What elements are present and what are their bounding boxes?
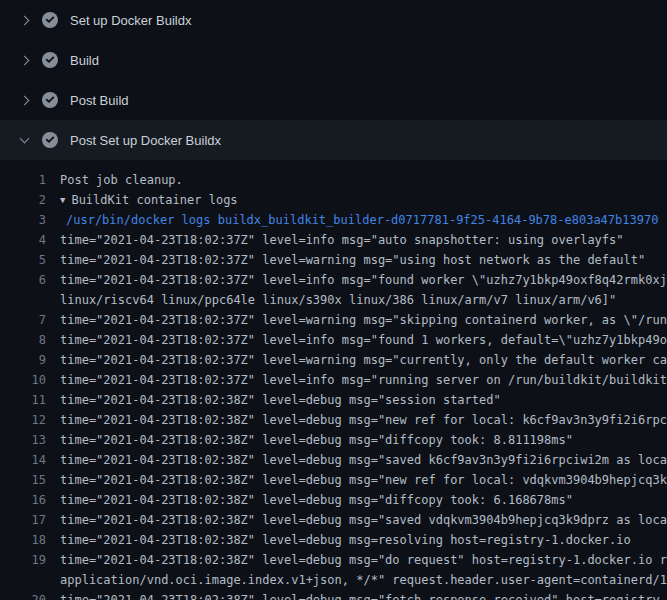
log-line-text: time="2021-04-23T18:02:37Z" level=warnin… <box>60 250 645 270</box>
log-line-number[interactable]: 4 <box>8 230 46 250</box>
step-label: Post Build <box>70 93 129 108</box>
check-circle-icon <box>42 92 58 108</box>
log-line: 5 ▼ time="2021-04-23T18:02:37Z" level=wa… <box>8 250 667 270</box>
step-label: Post Set up Docker Buildx <box>70 133 221 148</box>
log-line-text: Post job cleanup. <box>60 170 183 190</box>
log-line-text: time="2021-04-23T18:02:37Z" level=warnin… <box>60 350 667 370</box>
log-line: ▼ linux/riscv64 linux/ppc64le linux/s390… <box>8 290 667 310</box>
log-line-text: /usr/bin/docker logs buildx_buildkit_bui… <box>60 210 658 230</box>
step-row[interactable]: Post Set up Docker Buildx <box>0 120 667 160</box>
chevron-right-icon <box>16 97 32 104</box>
log-line-number[interactable]: 8 <box>8 330 46 350</box>
check-circle-icon <box>42 52 58 68</box>
log-line[interactable]: 2 ▼ BuildKit container logs <box>8 190 667 210</box>
chevron-down-icon <box>16 138 32 142</box>
log-line: 17 ▼ time="2021-04-23T18:02:38Z" level=d… <box>8 510 667 530</box>
log-line: 8 ▼ time="2021-04-23T18:02:37Z" level=in… <box>8 330 667 350</box>
log-line: 20 ▼ time="2021-04-23T18:02:38Z" level=d… <box>8 590 667 600</box>
log-line-number[interactable]: 1 <box>8 170 46 190</box>
log-line-number[interactable]: 3 <box>8 210 46 230</box>
actions-log-viewer: Set up Docker Buildx Build Post Build <box>0 0 667 600</box>
step-row[interactable]: Build <box>0 40 667 80</box>
log-line: 19 ▼ time="2021-04-23T18:02:38Z" level=d… <box>8 550 667 570</box>
log-line-text: time="2021-04-23T18:02:38Z" level=debug … <box>60 410 667 430</box>
log-line-text: BuildKit container logs <box>71 190 237 210</box>
chevron-right-icon <box>16 17 32 24</box>
log-line-text: time="2021-04-23T18:02:38Z" level=debug … <box>60 550 667 570</box>
log-line: 13 ▼ time="2021-04-23T18:02:38Z" level=d… <box>8 430 667 450</box>
log-line-text: time="2021-04-23T18:02:37Z" level=info m… <box>60 370 667 390</box>
log-line: 10 ▼ time="2021-04-23T18:02:37Z" level=i… <box>8 370 667 390</box>
log-line-text: time="2021-04-23T18:02:38Z" level=debug … <box>60 430 573 450</box>
log-line: ▼ application/vnd.oci.image.index.v1+jso… <box>8 570 667 590</box>
log-line-text: time="2021-04-23T18:02:37Z" level=info m… <box>60 270 667 290</box>
log-line-number[interactable]: 17 <box>8 510 46 530</box>
log-line-text: time="2021-04-23T18:02:38Z" level=debug … <box>60 450 667 470</box>
log-line: 1 ▼ Post job cleanup. <box>8 170 667 190</box>
log-line-text: linux/riscv64 linux/ppc64le linux/s390x … <box>60 290 616 310</box>
log-line-number[interactable]: 2 <box>8 190 46 210</box>
log-line-text: time="2021-04-23T18:02:38Z" level=debug … <box>60 530 631 550</box>
group-toggle-icon: ▼ <box>60 190 65 210</box>
log-line-number[interactable]: 10 <box>8 370 46 390</box>
log-line: 14 ▼ time="2021-04-23T18:02:38Z" level=d… <box>8 450 667 470</box>
log-line: 18 ▼ time="2021-04-23T18:02:38Z" level=d… <box>8 530 667 550</box>
log-line-text: time="2021-04-23T18:02:38Z" level=debug … <box>60 490 573 510</box>
log-line-number[interactable]: 9 <box>8 350 46 370</box>
log-line-number[interactable]: 12 <box>8 410 46 430</box>
log-line-text: application/vnd.oci.image.index.v1+json,… <box>60 570 667 590</box>
log-panel: 1 ▼ Post job cleanup. 2 ▼ BuildKit conta… <box>0 160 667 600</box>
log-line-number[interactable] <box>8 570 46 590</box>
log-line-text: time="2021-04-23T18:02:37Z" level=info m… <box>60 230 624 250</box>
log-line: 7 ▼ time="2021-04-23T18:02:37Z" level=wa… <box>8 310 667 330</box>
chevron-right-icon <box>16 57 32 64</box>
log-line-text: time="2021-04-23T18:02:38Z" level=debug … <box>60 390 501 410</box>
step-list: Set up Docker Buildx Build Post Build <box>0 0 667 160</box>
log-line-number[interactable]: 19 <box>8 550 46 570</box>
log-line-text: time="2021-04-23T18:02:38Z" level=debug … <box>60 470 667 490</box>
log-line-number[interactable]: 18 <box>8 530 46 550</box>
log-line-number[interactable]: 7 <box>8 310 46 330</box>
check-circle-icon <box>42 12 58 28</box>
step-label: Set up Docker Buildx <box>70 13 191 28</box>
log-line: 11 ▼ time="2021-04-23T18:02:38Z" level=d… <box>8 390 667 410</box>
log-line-number[interactable]: 20 <box>8 590 46 600</box>
log-line: 16 ▼ time="2021-04-23T18:02:38Z" level=d… <box>8 490 667 510</box>
log-line: 12 ▼ time="2021-04-23T18:02:38Z" level=d… <box>8 410 667 430</box>
log-line: 3 ▼ /usr/bin/docker logs buildx_buildkit… <box>8 210 667 230</box>
step-row[interactable]: Post Build <box>0 80 667 120</box>
log-line-number[interactable]: 16 <box>8 490 46 510</box>
check-circle-icon <box>42 132 58 148</box>
log-line: 6 ▼ time="2021-04-23T18:02:37Z" level=in… <box>8 270 667 290</box>
step-label: Build <box>70 53 99 68</box>
log-line-text: time="2021-04-23T18:02:37Z" level=info m… <box>60 330 667 350</box>
log-line-number[interactable]: 5 <box>8 250 46 270</box>
log-line-number[interactable]: 13 <box>8 430 46 450</box>
log-line: 4 ▼ time="2021-04-23T18:02:37Z" level=in… <box>8 230 667 250</box>
log-line-number[interactable] <box>8 290 46 310</box>
log-line-text: time="2021-04-23T18:02:38Z" level=debug … <box>60 510 667 530</box>
log-line-number[interactable]: 6 <box>8 270 46 290</box>
log-line: 9 ▼ time="2021-04-23T18:02:37Z" level=wa… <box>8 350 667 370</box>
log-line-text: time="2021-04-23T18:02:38Z" level=debug … <box>60 590 660 600</box>
log-line: 15 ▼ time="2021-04-23T18:02:38Z" level=d… <box>8 470 667 490</box>
log-line-number[interactable]: 14 <box>8 450 46 470</box>
log-line-text: time="2021-04-23T18:02:37Z" level=warnin… <box>60 310 667 330</box>
log-line-number[interactable]: 15 <box>8 470 46 490</box>
log-line-number[interactable]: 11 <box>8 390 46 410</box>
step-row[interactable]: Set up Docker Buildx <box>0 0 667 40</box>
